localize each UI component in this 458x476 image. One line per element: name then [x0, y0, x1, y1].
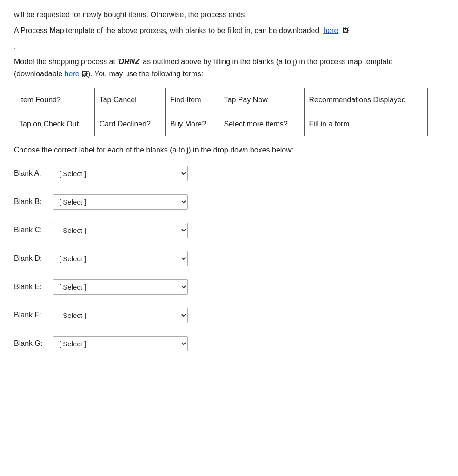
blank-row-blank-c: Blank C:[ Select ]Item Found?Tap CancelF… [14, 223, 444, 238]
blank-label-blank-d: Blank D: [14, 254, 51, 263]
blank-row-blank-a: Blank A:[ Select ]Item Found?Tap CancelF… [14, 166, 444, 181]
instructions-text: Choose the correct label for each of the… [14, 145, 444, 156]
blank-select-blank-c[interactable]: [ Select ]Item Found?Tap CancelFind Item… [53, 223, 188, 238]
file-icon-1: 🖼 [342, 27, 349, 34]
blank-select-blank-e[interactable]: [ Select ]Item Found?Tap CancelFind Item… [53, 279, 188, 295]
table-cell-r1c1: Item Found? [14, 88, 95, 112]
table-cell-r1c2: Tap Cancel [94, 88, 165, 112]
intro-line2: A Process Map template of the above proc… [14, 25, 444, 36]
blank-row-blank-d: Blank D:[ Select ]Item Found?Tap CancelF… [14, 251, 444, 266]
table-row-2: Tap on Check Out Card Declined? Buy More… [14, 112, 428, 136]
blank-select-blank-a[interactable]: [ Select ]Item Found?Tap CancelFind Item… [53, 166, 188, 181]
blank-row-blank-g: Blank G:[ Select ]Item Found?Tap CancelF… [14, 336, 444, 351]
table-cell-r2c1: Tap on Check Out [14, 112, 95, 136]
blank-row-blank-b: Blank B:[ Select ]Item Found?Tap CancelF… [14, 194, 444, 210]
brand-name: DRNZ [119, 58, 139, 66]
blank-label-blank-c: Blank C: [14, 226, 51, 234]
process-table: Item Found? Tap Cancel Find Item Tap Pay… [14, 88, 428, 136]
dot-line: . [14, 41, 444, 52]
blanks-container: Blank A:[ Select ]Item Found?Tap CancelF… [14, 166, 444, 351]
table-cell-r1c3: Find Item [165, 88, 219, 112]
blank-label-blank-f: Blank F: [14, 311, 51, 319]
blank-select-blank-b[interactable]: [ Select ]Item Found?Tap CancelFind Item… [53, 194, 188, 210]
blank-select-blank-g[interactable]: [ Select ]Item Found?Tap CancelFind Item… [53, 336, 188, 351]
intro-line3: Model the shopping process at 'DRNZ' as … [14, 56, 444, 79]
blank-select-blank-f[interactable]: [ Select ]Item Found?Tap CancelFind Item… [53, 308, 188, 323]
table-cell-r2c2: Card Declined? [94, 112, 165, 136]
blank-label-blank-b: Blank B: [14, 198, 51, 206]
blank-label-blank-a: Blank A: [14, 169, 51, 178]
blank-label-blank-g: Blank G: [14, 339, 51, 348]
blank-label-blank-e: Blank E: [14, 283, 51, 291]
table-cell-r1c4: Tap Pay Now [219, 88, 304, 112]
here-link-1[interactable]: here [323, 26, 338, 34]
here-link-2[interactable]: here [65, 70, 80, 78]
file-icon-2: 🖼 [81, 70, 88, 78]
blank-select-blank-d[interactable]: [ Select ]Item Found?Tap CancelFind Item… [53, 251, 188, 266]
line3-end: ). You may use the following terms: [88, 70, 203, 78]
intro-line1: will be requested for newly bought items… [14, 9, 444, 20]
table-row-1: Item Found? Tap Cancel Find Item Tap Pay… [14, 88, 428, 112]
table-cell-r2c4: Select more items? [219, 112, 304, 136]
blank-row-blank-f: Blank F:[ Select ]Item Found?Tap CancelF… [14, 308, 444, 323]
line3-prefix: Model the shopping process at ' [14, 58, 119, 66]
intro-line2-text: A Process Map template of the above proc… [14, 26, 319, 34]
table-cell-r2c3: Buy More? [165, 112, 219, 136]
blank-row-blank-e: Blank E:[ Select ]Item Found?Tap CancelF… [14, 279, 444, 295]
table-cell-r2c5: Fill in a form [304, 112, 427, 136]
table-cell-r1c5: Recommendations Displayed [304, 88, 427, 112]
